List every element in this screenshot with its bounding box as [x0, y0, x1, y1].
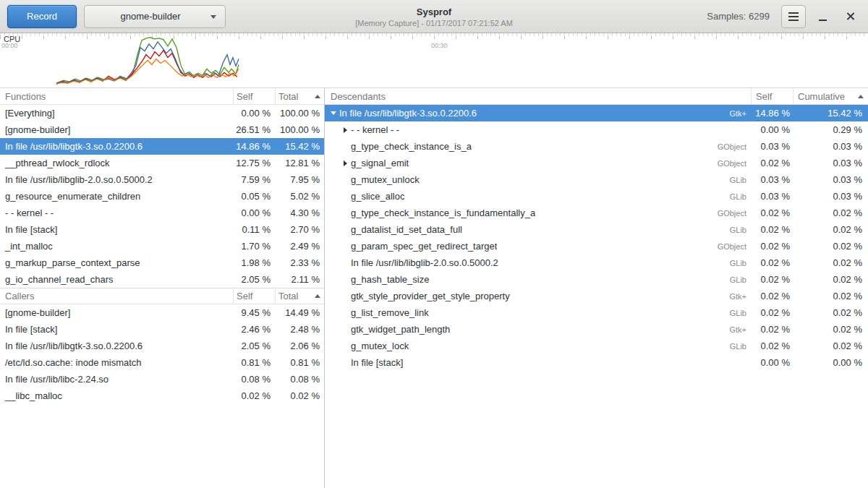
- descendant-name-cell: In file /usr/lib/libglib-2.0.so.0.5000.2: [351, 257, 498, 268]
- tree-row[interactable]: - - kernel - -0.00 %0.29 %: [325, 121, 868, 138]
- library-badge: GLib: [723, 342, 751, 351]
- tree-row[interactable]: g_slice_allocGLib0.03 %0.03 %: [325, 188, 868, 205]
- column-header-descendants[interactable]: Descendants: [325, 88, 751, 104]
- self-value-cell: 0.02 %: [751, 324, 793, 335]
- total-value-cell: 7.95 %: [275, 174, 324, 185]
- table-row[interactable]: In file /usr/lib/libgtk-3.so.0.2200.614.…: [0, 138, 324, 155]
- cumulative-value-cell: 0.03 %: [793, 191, 868, 202]
- column-header-total-label: Total: [278, 91, 298, 102]
- expander-placeholder: [339, 205, 351, 221]
- descendant-name-cell: - - kernel - -: [351, 124, 399, 135]
- table-row[interactable]: In file [stack]0.11 %2.70 %: [0, 221, 324, 238]
- tree-row[interactable]: In file [stack]0.00 %0.00 %: [325, 354, 868, 371]
- expander-placeholder: [339, 188, 351, 205]
- close-button[interactable]: [839, 6, 861, 27]
- tree-row[interactable]: g_type_check_instance_is_aGObject0.03 %0…: [325, 138, 868, 155]
- self-value-cell: 14.86 %: [751, 108, 793, 119]
- self-value-cell: 0.02 %: [751, 224, 793, 235]
- cumulative-value-cell: 0.29 %: [793, 124, 868, 135]
- cpu-graph-panel[interactable]: CPU 00:00 00:30: [0, 33, 868, 88]
- tree-row[interactable]: g_datalist_id_set_data_fullGLib0.02 %0.0…: [325, 221, 868, 238]
- total-value-cell: 5.02 %: [275, 191, 324, 202]
- library-badge: Gtk+: [722, 109, 751, 118]
- column-header-total[interactable]: Total: [275, 288, 324, 304]
- total-value-cell: 2.33 %: [275, 257, 324, 268]
- tree-row[interactable]: g_mutex_unlockGLib0.03 %0.03 %: [325, 171, 868, 188]
- column-header-total[interactable]: Total: [275, 88, 324, 104]
- table-row[interactable]: In file /usr/lib/libglib-2.0.so.0.5000.2…: [0, 171, 324, 188]
- expander-icon[interactable]: [339, 121, 351, 138]
- self-value-cell: 0.00 %: [751, 357, 793, 368]
- table-row[interactable]: [Everything]0.00 %100.00 %: [0, 105, 324, 121]
- descendant-name-cell: In file /usr/lib/libgtk-3.so.0.2200.6: [339, 108, 477, 119]
- self-value-cell: 1.70 %: [233, 241, 275, 252]
- tree-row[interactable]: g_hash_table_sizeGLib0.02 %0.02 %: [325, 271, 868, 288]
- table-row[interactable]: _int_malloc1.70 %2.49 %: [0, 238, 324, 254]
- table-row[interactable]: g_markup_parse_context_parse1.98 %2.33 %: [0, 254, 324, 271]
- self-value-cell: 0.02 %: [751, 291, 793, 301]
- self-value-cell: 0.02 %: [751, 158, 793, 168]
- cumulative-value-cell: 0.02 %: [793, 341, 868, 351]
- cumulative-value-cell: 15.42 %: [793, 108, 868, 119]
- column-header-self[interactable]: Self: [233, 88, 275, 104]
- self-value-cell: 0.05 %: [233, 191, 275, 202]
- descendant-name-cell: g_type_check_instance_is_fundamentally_a: [351, 207, 535, 218]
- self-value-cell: 26.51 %: [233, 124, 275, 135]
- tree-row[interactable]: In file /usr/lib/libgtk-3.so.0.2200.6Gtk…: [325, 105, 868, 121]
- column-header-callers[interactable]: Callers: [0, 288, 233, 304]
- table-row[interactable]: [gnome-builder]26.51 %100.00 %: [0, 121, 324, 138]
- library-badge: GLib: [723, 192, 751, 201]
- table-row[interactable]: In file /usr/lib/libgtk-3.so.0.2200.62.0…: [0, 338, 324, 354]
- descendants-table-body: In file /usr/lib/libgtk-3.so.0.2200.6Gtk…: [325, 105, 868, 371]
- descendant-name-cell: g_list_remove_link: [351, 307, 429, 318]
- table-row[interactable]: /etc/ld.so.cache: inode mismatch0.81 %0.…: [0, 354, 324, 371]
- tree-row[interactable]: g_type_check_instance_is_fundamentally_a…: [325, 205, 868, 221]
- column-header-cumulative[interactable]: Cumulative: [793, 88, 868, 104]
- capture-subtitle: [Memory Capture] - 01/17/2017 07:21:52 A…: [355, 18, 513, 27]
- callers-table-body: [gnome-builder]9.45 %14.49 %In file [sta…: [0, 304, 324, 404]
- column-header-functions[interactable]: Functions: [0, 88, 233, 104]
- tree-row[interactable]: g_mutex_lockGLib0.02 %0.02 %: [325, 338, 868, 354]
- target-selector-dropdown[interactable]: gnome-builder: [84, 5, 226, 28]
- self-value-cell: 0.02 %: [233, 390, 275, 401]
- total-value-cell: 14.49 %: [275, 307, 324, 318]
- descendant-name-cell: g_slice_alloc: [351, 191, 404, 202]
- descendant-name-cell: In file [stack]: [351, 357, 403, 368]
- table-row[interactable]: g_resource_enumerate_children0.05 %5.02 …: [0, 188, 324, 205]
- tree-row[interactable]: gtk_style_provider_get_style_propertyGtk…: [325, 288, 868, 304]
- minimize-button[interactable]: [812, 6, 833, 27]
- chevron-down-icon: [210, 15, 216, 19]
- cumulative-value-cell: 0.02 %: [793, 274, 868, 285]
- function-name-cell: [gnome-builder]: [0, 124, 233, 135]
- tree-row[interactable]: g_signal_emitGObject0.02 %0.03 %: [325, 155, 868, 171]
- table-row[interactable]: __libc_malloc0.02 %0.02 %: [0, 388, 324, 404]
- tree-row[interactable]: g_param_spec_get_redirect_targetGObject0…: [325, 238, 868, 254]
- caller-name-cell: [gnome-builder]: [0, 307, 233, 318]
- expander-icon[interactable]: [339, 155, 351, 171]
- total-value-cell: 2.49 %: [275, 241, 324, 252]
- column-header-self[interactable]: Self: [751, 88, 793, 104]
- table-row[interactable]: __pthread_rwlock_rdlock12.75 %12.81 %: [0, 155, 324, 171]
- total-value-cell: 2.70 %: [275, 224, 324, 235]
- library-badge: GLib: [723, 226, 751, 234]
- samples-count: Samples: 6299: [707, 11, 770, 22]
- table-row[interactable]: In file [stack]2.46 %2.48 %: [0, 321, 324, 338]
- header-bar: Record gnome-builder Sysprof [Memory Cap…: [0, 0, 868, 33]
- library-badge: GObject: [710, 242, 751, 251]
- cumulative-value-cell: 0.03 %: [793, 141, 868, 152]
- tree-row[interactable]: gtk_widget_path_lengthGtk+0.02 %0.02 %: [325, 321, 868, 338]
- table-row[interactable]: g_io_channel_read_chars2.05 %2.11 %: [0, 271, 324, 288]
- column-header-self[interactable]: Self: [233, 288, 275, 304]
- total-value-cell: 0.81 %: [275, 357, 324, 368]
- tree-row[interactable]: In file /usr/lib/libglib-2.0.so.0.5000.2…: [325, 254, 868, 271]
- menu-button[interactable]: [781, 5, 806, 28]
- tree-row[interactable]: g_list_remove_linkGLib0.02 %0.02 %: [325, 304, 868, 321]
- table-row[interactable]: In file /usr/lib/libc-2.24.so0.08 %0.08 …: [0, 371, 324, 388]
- expander-icon[interactable]: [328, 105, 339, 121]
- table-row[interactable]: [gnome-builder]9.45 %14.49 %: [0, 304, 324, 321]
- table-row[interactable]: - - kernel - -0.00 %4.30 %: [0, 205, 324, 221]
- cumulative-value-cell: 0.03 %: [793, 158, 868, 168]
- record-button[interactable]: Record: [7, 5, 77, 28]
- function-name-cell: - - kernel - -: [0, 207, 233, 218]
- self-value-cell: 0.08 %: [233, 374, 275, 385]
